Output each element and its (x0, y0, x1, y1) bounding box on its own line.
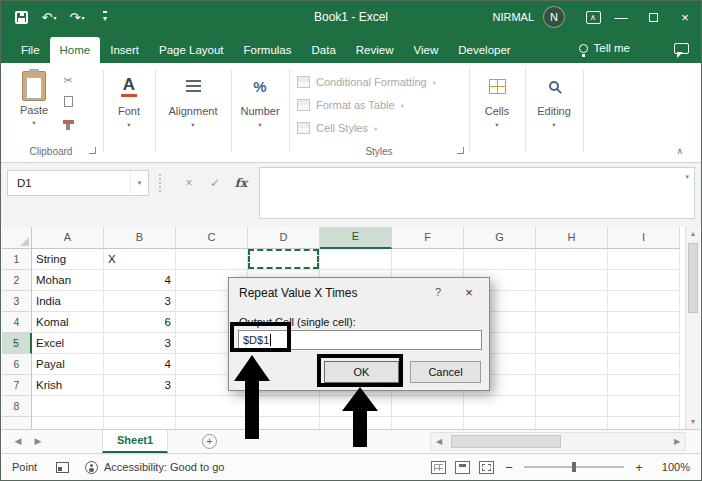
cell-B5[interactable]: 3 (104, 333, 176, 354)
scroll-up-icon[interactable]: ▲ (686, 227, 700, 241)
expand-formula-bar-icon[interactable]: ▾ (685, 173, 689, 181)
cell-B6[interactable]: 4 (104, 354, 176, 375)
cell-B7[interactable]: 3 (104, 375, 176, 396)
ribbon-tab-view[interactable]: View (404, 37, 449, 63)
ribbon-tab-formulas[interactable]: Formulas (234, 37, 302, 63)
close-button[interactable]: × (669, 1, 701, 33)
column-header-h[interactable]: H (536, 227, 608, 249)
font-group-button[interactable]: A Font ▾ (103, 71, 155, 128)
zoom-in-button[interactable]: + (633, 460, 645, 475)
cell-G1[interactable] (464, 249, 536, 270)
page-layout-view-icon[interactable] (455, 461, 470, 474)
sheet-tab-sheet1[interactable]: Sheet1 (102, 430, 168, 453)
vertical-scrollbar[interactable]: ▲ ▼ (685, 227, 700, 429)
scroll-right-icon[interactable]: ▶ (669, 437, 685, 446)
cell-B4[interactable]: 6 (104, 312, 176, 333)
cell-H2[interactable] (536, 270, 608, 291)
save-button[interactable] (9, 4, 33, 30)
row-header-8[interactable]: 8 (2, 396, 32, 417)
styles-dialog-launcher-icon[interactable] (457, 147, 464, 154)
ribbon-button-cell-styles[interactable]: Cell Styles▾ (297, 122, 377, 134)
column-header-f[interactable]: F (392, 227, 464, 249)
cell-I6[interactable] (608, 354, 680, 375)
zoom-slider[interactable] (524, 466, 624, 468)
cell-H1[interactable] (536, 249, 608, 270)
horizontal-scrollbar-track[interactable] (447, 433, 669, 450)
cell-H3[interactable] (536, 291, 608, 312)
cell-Bx[interactable] (104, 417, 176, 429)
cell-H6[interactable] (536, 354, 608, 375)
tell-me-button[interactable]: Tell me (594, 42, 630, 54)
ribbon-tab-developer[interactable]: Developer (448, 37, 520, 63)
comment-icon[interactable] (674, 43, 689, 54)
minimize-button[interactable]: — (605, 1, 637, 33)
ribbon-tab-home[interactable]: Home (50, 37, 101, 63)
cell-D1[interactable] (248, 249, 320, 270)
zoom-slider-thumb[interactable] (572, 462, 576, 472)
ribbon-button-format-as-table[interactable]: Format as Table▾ (297, 99, 404, 111)
scroll-down-icon[interactable]: ▼ (686, 415, 700, 429)
insert-function-button[interactable]: fx (231, 176, 251, 190)
cell-C1[interactable] (176, 249, 248, 270)
redo-button[interactable]: ↷▾ (65, 4, 89, 30)
maximize-button[interactable] (637, 1, 669, 33)
cancel-entry-button[interactable]: × (179, 176, 199, 190)
cell-A6[interactable]: Payal (32, 354, 104, 375)
formula-input[interactable]: ▾ (259, 167, 695, 219)
column-header-i[interactable]: I (608, 227, 680, 249)
ribbon-tab-review[interactable]: Review (346, 37, 404, 63)
sheet-nav-next-icon[interactable]: ▶ (28, 430, 48, 453)
cell-F8[interactable] (392, 396, 464, 417)
ribbon-tab-file[interactable]: File (11, 37, 50, 63)
clipboard-dialog-launcher-icon[interactable] (89, 147, 96, 154)
ribbon-display-options-button[interactable]: ∧ (581, 4, 605, 30)
cell-A1[interactable]: String (32, 249, 104, 270)
cells-group-button[interactable]: Cells ▾ (469, 71, 525, 128)
copy-button[interactable] (59, 94, 77, 108)
cell-I4[interactable] (608, 312, 680, 333)
column-header-e[interactable]: E (320, 227, 392, 249)
row-header-2[interactable]: 2 (2, 270, 32, 291)
cell-A4[interactable]: Komal (32, 312, 104, 333)
customize-quick-access-button[interactable]: ▾ (93, 4, 117, 30)
ribbon-tab-insert[interactable]: Insert (100, 37, 149, 63)
cell-Ax[interactable] (32, 417, 104, 429)
cell-G8[interactable] (464, 396, 536, 417)
macro-record-icon[interactable] (56, 462, 69, 473)
cell-A5[interactable]: Excel (32, 333, 104, 354)
cell-I2[interactable] (608, 270, 680, 291)
column-header-g[interactable]: G (464, 227, 536, 249)
cell-A7[interactable]: Krish (32, 375, 104, 396)
column-header-b[interactable]: B (104, 227, 176, 249)
cell-B3[interactable]: 3 (104, 291, 176, 312)
page-break-preview-icon[interactable] (479, 461, 494, 474)
cell-A3[interactable]: India (32, 291, 104, 312)
cell-H5[interactable] (536, 333, 608, 354)
paste-button[interactable]: Paste ▾ (13, 71, 55, 126)
alignment-group-button[interactable]: Alignment ▾ (155, 71, 231, 128)
zoom-level[interactable]: 100% (654, 461, 690, 473)
cell-I3[interactable] (608, 291, 680, 312)
column-header-a[interactable]: A (32, 227, 104, 249)
ribbon-button-conditional-formatting[interactable]: Conditional Formatting▾ (297, 76, 436, 88)
cut-button[interactable]: ✂ (59, 73, 77, 87)
cell-B1[interactable]: X (104, 249, 176, 270)
account-name[interactable]: NIRMAL (492, 11, 534, 23)
scroll-left-icon[interactable]: ◀ (431, 437, 447, 446)
zoom-out-button[interactable]: − (503, 460, 515, 475)
cell-A8[interactable] (32, 396, 104, 417)
enter-entry-button[interactable]: ✓ (205, 176, 225, 190)
row-header-4[interactable]: 4 (2, 312, 32, 333)
format-painter-button[interactable] (59, 115, 77, 129)
cancel-button[interactable]: Cancel (410, 361, 481, 383)
cell-I8[interactable] (608, 396, 680, 417)
vertical-scrollbar-thumb[interactable] (688, 243, 698, 313)
cell-Fx[interactable] (392, 417, 464, 429)
horizontal-scrollbar-thumb[interactable] (451, 435, 561, 448)
cell-I5[interactable] (608, 333, 680, 354)
column-header-c[interactable]: C (176, 227, 248, 249)
undo-button[interactable]: ↶▾ (37, 4, 61, 30)
cell-Gx[interactable] (464, 417, 536, 429)
cell-H8[interactable] (536, 396, 608, 417)
select-all-corner[interactable] (2, 227, 32, 249)
